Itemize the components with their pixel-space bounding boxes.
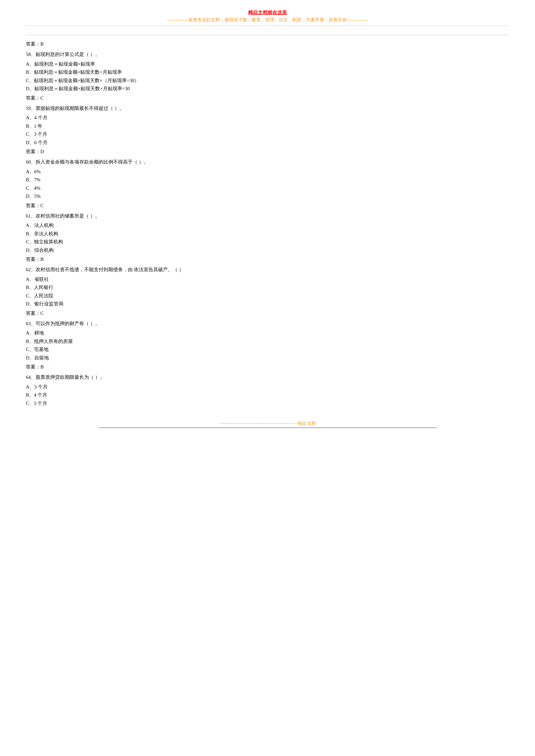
footer-dashes: ----------------------------------------…	[26, 420, 509, 426]
footer-underline	[98, 428, 437, 428]
q62-answer: 答案：C	[26, 310, 509, 316]
question-63: 63、可以作为抵押的财产有（ ）。 A、耕地 B、抵押人所有的房屋 C、宅基地 …	[26, 320, 509, 370]
q58-option-b: B、贴现利息＝贴现金额×贴现天数×月贴现率	[26, 68, 509, 77]
q62-option-c: C、人民法院	[26, 292, 509, 300]
q61-option-b: B、非法人机构	[26, 230, 509, 238]
q60-text: 60、拆入资金余额与各项存款余额的比例不得高于（ ）。	[26, 158, 509, 167]
content-area: 答案：B 58、贴现利息的计算公式是（ ）。 A、贴现利息＝贴现金额×贴现率 B…	[26, 41, 509, 408]
divider-line-bottom	[26, 35, 509, 35]
q60-option-a: A、6%	[26, 168, 509, 176]
q59-answer: 答案：D	[26, 149, 509, 155]
q59-option-a: A、4 个月	[26, 114, 509, 122]
q63-option-a: A、耕地	[26, 329, 509, 338]
q64-option-b: B、4 个月	[26, 391, 509, 399]
q63-option-d: D、自留地	[26, 354, 509, 362]
header-subtitle: --------------各类专业好文档，值得你下载，教育，管理，论文，制度，…	[26, 17, 509, 23]
answer-b-top: 答案：B	[26, 41, 509, 47]
question-59: 59、票据贴现的贴现期限最长不得超过（ ）。 A、4 个月 B、1 年 C、3 …	[26, 104, 509, 155]
q61-text: 61、农村信用社的储蓄所是（ ）。	[26, 212, 509, 220]
q64-option-c: C、5 个月	[26, 399, 509, 408]
footer-section: ----------------------------------------…	[26, 420, 509, 428]
q59-option-c: C、3 个月	[26, 130, 509, 139]
q63-option-c: C、宅基地	[26, 345, 509, 354]
q62-option-b: B、人民银行	[26, 284, 509, 292]
q60-answer: 答案：C	[26, 202, 509, 209]
q58-option-c: C、贴现利息＝贴现金额×贴现天数×（月贴现率÷30）	[26, 77, 509, 85]
q61-option-d: D、综合机构	[26, 246, 509, 255]
q59-option-d: D、6 个月	[26, 139, 509, 147]
question-62: 62、农村信用社资不抵债，不能支付到期债务，由 依法宣告其破产。（ ） A、省联…	[26, 266, 509, 316]
question-58: 58、贴现利息的计算公式是（ ）。 A、贴现利息＝贴现金额×贴现率 B、贴现利息…	[26, 50, 509, 101]
q60-option-d: D、5%	[26, 192, 509, 201]
q61-option-a: A、法人机构	[26, 221, 509, 230]
q60-option-c: C、4%	[26, 184, 509, 193]
q63-text: 63、可以作为抵押的财产有（ ）。	[26, 320, 509, 328]
q58-option-a: A、贴现利息＝贴现金额×贴现率	[26, 60, 509, 68]
divider-line-top	[26, 26, 509, 26]
q62-option-d: D、银行业监管局	[26, 300, 509, 308]
q59-text: 59、票据贴现的贴现期限最长不得超过（ ）。	[26, 104, 509, 113]
q58-text: 58、贴现利息的计算公式是（ ）。	[26, 50, 509, 59]
q60-option-b: B、7%	[26, 176, 509, 184]
q58-option-d: D、贴现利息＝贴现金额×贴现天数×月贴现率÷30	[26, 85, 509, 93]
q64-text: 64、股票质押贷款期限最长为（ ）。	[26, 373, 509, 382]
q59-option-b: B、1 年	[26, 122, 509, 131]
divider-dashes: --	[26, 28, 509, 33]
question-64: 64、股票质押贷款期限最长为（ ）。 A、3 个月 B、4 个月 C、5 个月	[26, 373, 509, 408]
question-61: 61、农村信用社的储蓄所是（ ）。 A、法人机构 B、非法人机构 C、独立核算机…	[26, 212, 509, 263]
q61-option-c: C、独立核算机构	[26, 238, 509, 246]
header-section: 精品文档就在这里 --------------各类专业好文档，值得你下载，教育，…	[26, 10, 509, 23]
header-title: 精品文档就在这里	[26, 10, 509, 16]
q63-answer: 答案：B	[26, 364, 509, 370]
q62-option-a: A、省联社	[26, 275, 509, 284]
q64-option-a: A、3 个月	[26, 383, 509, 392]
q62-text: 62、农村信用社资不抵债，不能支付到期债务，由 依法宣告其破产。（ ）	[26, 266, 509, 274]
question-60: 60、拆入资金余额与各项存款余额的比例不得高于（ ）。 A、6% B、7% C、…	[26, 158, 509, 209]
q63-option-b: B、抵押人所有的房屋	[26, 338, 509, 346]
q61-answer: 答案：B	[26, 256, 509, 262]
q58-answer: 答案：C	[26, 95, 509, 101]
